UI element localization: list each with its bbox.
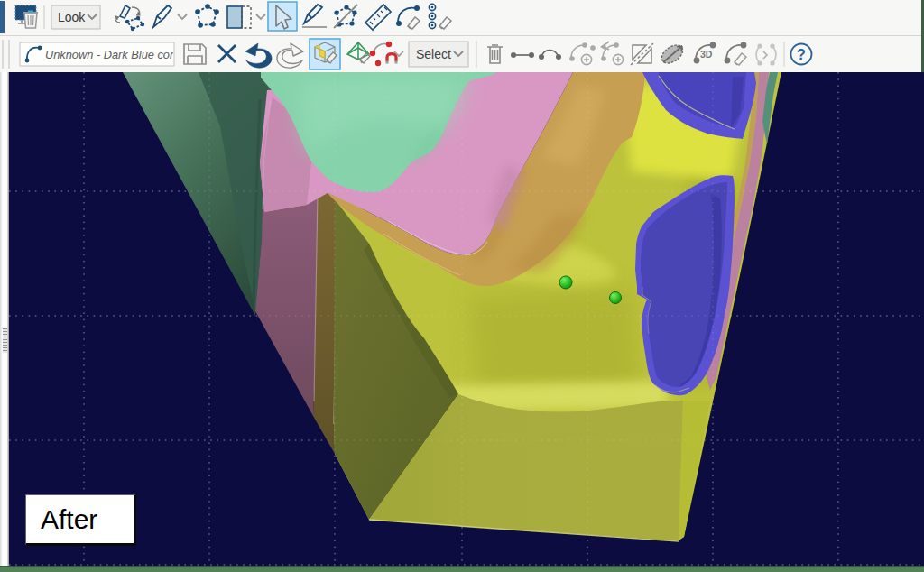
svg-text:?: ? — [797, 47, 806, 62]
svg-text:Look: Look — [58, 10, 86, 24]
svg-text:Select: Select — [416, 47, 451, 61]
svg-text:3D: 3D — [700, 49, 713, 60]
svg-text:Unknown - Dark Blue conta: Unknown - Dark Blue conta — [45, 48, 186, 61]
